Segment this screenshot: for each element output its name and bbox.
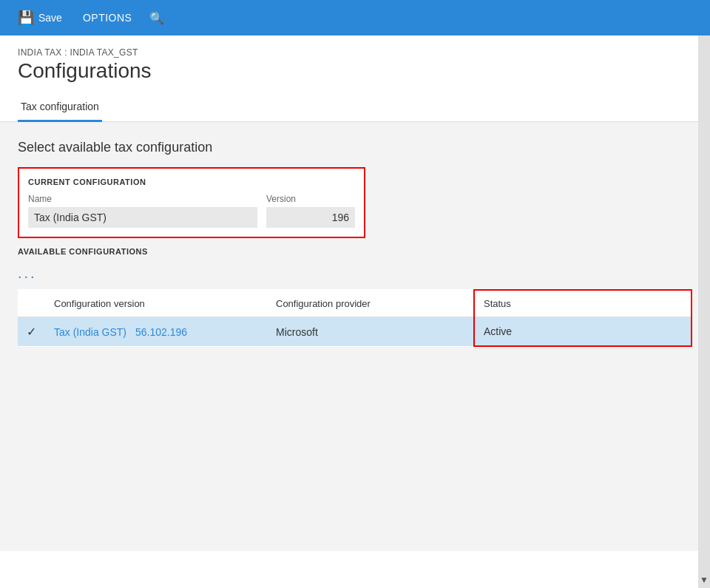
td-status: Active: [474, 317, 692, 347]
content-area: Select available tax configuration CURRE…: [0, 122, 710, 551]
save-icon: 💾: [18, 10, 34, 26]
config-name-field: Name Tax (India GST): [28, 194, 257, 228]
breadcrumb: INDIA TAX : INDIA TAX_GST: [18, 47, 692, 58]
options-button[interactable]: OPTIONS: [83, 12, 132, 24]
scroll-down-arrow[interactable]: ▼: [700, 575, 709, 585]
td-provider: Microsoft: [267, 317, 474, 347]
th-version: Configuration version: [45, 290, 267, 317]
save-button[interactable]: 💾 Save: [12, 7, 68, 29]
th-status: Status: [474, 290, 692, 317]
scrollbar[interactable]: ▼: [698, 36, 710, 588]
search-icon[interactable]: 🔍: [149, 11, 164, 25]
th-check: [18, 290, 45, 317]
provider-value: Microsoft: [276, 326, 318, 338]
config-version-field: Version 196: [266, 194, 355, 228]
tab-tax-configuration[interactable]: Tax configuration: [18, 95, 102, 122]
td-config-version: Tax (India GST) 56.102.196: [45, 317, 267, 347]
name-value: Tax (India GST): [28, 207, 257, 228]
th-provider: Configuration provider: [267, 290, 474, 317]
name-label: Name: [28, 194, 257, 204]
table-row[interactable]: ✓ Tax (India GST) 56.102.196 Microsoft A…: [18, 317, 692, 347]
current-config-label: CURRENT CONFIGURATION: [28, 178, 355, 186]
dots-menu[interactable]: ...: [18, 265, 692, 282]
config-table: Configuration version Configuration prov…: [18, 289, 692, 347]
version-value: 196: [266, 207, 355, 228]
save-label: Save: [38, 12, 62, 24]
table-header-row: Configuration version Configuration prov…: [18, 290, 692, 317]
toolbar: 💾 Save OPTIONS 🔍: [0, 0, 710, 36]
version-label: Version: [266, 194, 355, 204]
page-title: Configurations: [18, 59, 692, 83]
config-fields: Name Tax (India GST) Version 196: [28, 194, 355, 228]
tab-bar: Tax configuration: [0, 95, 710, 122]
breadcrumb-area: INDIA TAX : INDIA TAX_GST Configurations: [0, 36, 710, 86]
current-config-box: CURRENT CONFIGURATION Name Tax (India GS…: [18, 167, 365, 238]
available-config-label: AVAILABLE CONFIGURATIONS: [18, 247, 692, 256]
config-version-num: 56.102.196: [135, 326, 187, 338]
page-area: INDIA TAX : INDIA TAX_GST Configurations…: [0, 36, 710, 588]
status-value: Active: [484, 325, 512, 337]
section-title: Select available tax configuration: [18, 140, 692, 155]
config-name-link[interactable]: Tax (India GST): [54, 326, 126, 338]
checkmark-icon: ✓: [27, 325, 36, 338]
td-check: ✓: [18, 317, 45, 347]
